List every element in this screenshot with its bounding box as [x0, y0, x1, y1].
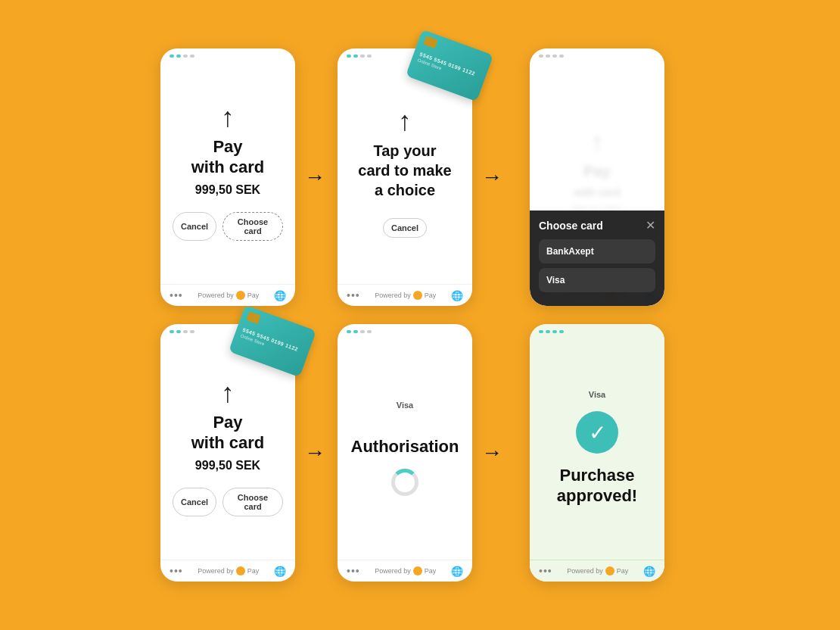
dot20	[367, 330, 372, 333]
dot13	[170, 330, 174, 333]
footer-dots-1: •••	[170, 289, 183, 301]
dot22	[546, 330, 550, 333]
dot4	[190, 55, 194, 58]
auth-label-5: Visa	[397, 401, 413, 410]
phone-5: Visa Authorisation ••• Powered by Pay 🌐	[338, 324, 472, 582]
auth-title-5: Authorisation	[351, 437, 459, 457]
dot16	[190, 330, 194, 333]
cell-4: ↑ Pay with card 999,50 SEK Cancel Choose…	[160, 324, 325, 582]
phone-2: ↑ Tap your card to make a choice Cancel …	[338, 48, 472, 306]
dot17	[347, 330, 351, 333]
status-bar-5	[338, 324, 472, 336]
powered-by-2: Powered by Pay	[375, 291, 436, 300]
phone-4: ↑ Pay with card 999,50 SEK Cancel Choose…	[160, 324, 295, 582]
phone-content-2: ↑ Tap your card to make a choice Cancel	[338, 61, 472, 284]
phone-3: ↑ Pay with card 999,50 SEK ••• Powered b…	[530, 48, 664, 306]
status-bar-1	[160, 48, 295, 61]
brand-icon-1	[236, 291, 245, 300]
upload-arrow-icon: ↑	[221, 104, 235, 131]
status-bar-6	[530, 324, 664, 336]
choose-card-button-1[interactable]: Choose card	[222, 212, 283, 241]
arrow-4: →	[304, 441, 325, 465]
choose-card-modal: Choose card ✕ BankAxept Visa	[530, 211, 664, 306]
brand-icon-6	[605, 566, 614, 575]
choose-card-button-4[interactable]: Choose card	[222, 488, 283, 516]
modal-option-visa[interactable]: Visa	[539, 268, 655, 292]
status-bar-3	[530, 48, 664, 61]
footer-dots-2: •••	[347, 289, 360, 301]
phone-content-5: Visa Authorisation	[338, 336, 472, 560]
arrow-2: →	[481, 165, 502, 189]
footer-1: ••• Powered by Pay 🌐	[160, 284, 295, 306]
globe-icon-4: 🌐	[274, 566, 286, 577]
globe-icon-6: 🌐	[643, 566, 655, 577]
approved-label-6: Visa	[589, 390, 605, 399]
pay-label-1: Pay	[247, 292, 260, 299]
btn-row-4: Cancel Choose card	[173, 488, 283, 516]
dot24	[559, 330, 564, 333]
modal-option-bankaxept[interactable]: BankAxept	[539, 239, 655, 264]
footer-2: ••• Powered by Pay 🌐	[338, 284, 472, 306]
dot7	[360, 55, 365, 58]
upload-arrow-icon-2: ↑	[398, 108, 412, 135]
modal-close-button[interactable]: ✕	[646, 220, 655, 232]
dot1	[170, 55, 174, 58]
brand-icon-5	[413, 566, 422, 575]
dot5	[347, 55, 351, 58]
cell-1: ↑ Pay with card 999,50 SEK Cancel Choose…	[160, 48, 325, 306]
arrow-1: →	[304, 165, 325, 189]
cell-3: ↑ Pay with card 999,50 SEK ••• Powered b…	[530, 48, 664, 306]
dot19	[360, 330, 365, 333]
cancel-button-4[interactable]: Cancel	[173, 488, 216, 516]
main-grid: ↑ Pay with card 999,50 SEK Cancel Choose…	[130, 24, 710, 606]
check-icon: ✓	[576, 411, 618, 454]
dot10	[546, 55, 550, 58]
powered-by-1: Powered by Pay	[198, 291, 259, 300]
cancel-button-2[interactable]: Cancel	[383, 218, 427, 238]
globe-icon-5: 🌐	[451, 566, 463, 577]
dot15	[183, 330, 188, 333]
dot11	[552, 55, 557, 58]
footer-6: ••• Powered by Pay 🌐	[530, 560, 664, 582]
amount-1: 999,50 SEK	[195, 183, 260, 197]
tap-title-2: Tap your card to make a choice	[358, 141, 451, 200]
cancel-button-1[interactable]: Cancel	[173, 212, 216, 241]
phone-6: Visa ✓ Purchase approved! ••• Powered by…	[530, 324, 664, 582]
upload-arrow-icon-3: ↑	[590, 129, 604, 156]
blur-title-3: Pay	[583, 162, 611, 180]
globe-icon-2: 🌐	[451, 290, 463, 301]
pay-title-4: Pay with card	[191, 413, 265, 453]
modal-header: Choose card ✕	[539, 220, 655, 232]
footer-4: ••• Powered by Pay 🌐	[160, 560, 295, 582]
pay-title-1: Pay with card	[191, 137, 265, 177]
approved-text-6: Purchase approved!	[557, 466, 637, 506]
footer-5: ••• Powered by Pay 🌐	[338, 560, 472, 582]
loading-spinner	[391, 469, 418, 496]
arrow-5: →	[481, 441, 502, 465]
dot2	[176, 55, 181, 58]
brand-icon-4	[236, 566, 245, 575]
upload-arrow-icon-4: ↑	[221, 379, 235, 407]
dot23	[552, 330, 557, 333]
checkmark-symbol: ✓	[589, 420, 606, 445]
dot18	[353, 330, 358, 333]
cell-5: Visa Authorisation ••• Powered by Pay 🌐 …	[338, 324, 502, 582]
amount-4: 999,50 SEK	[195, 459, 260, 472]
cell-2: ↑ Tap your card to make a choice Cancel …	[338, 48, 502, 306]
phone-1: ↑ Pay with card 999,50 SEK Cancel Choose…	[160, 48, 295, 306]
dot9	[539, 55, 543, 58]
phone-content-4: ↑ Pay with card 999,50 SEK Cancel Choose…	[160, 336, 295, 560]
dot6	[353, 55, 358, 58]
card-chip-2	[423, 36, 437, 48]
dot14	[176, 330, 181, 333]
globe-icon-1: 🌐	[274, 290, 286, 301]
brand-icon-2	[413, 291, 422, 300]
card-chip-4	[246, 311, 260, 324]
modal-title: Choose card	[539, 220, 603, 232]
dot12	[559, 55, 564, 58]
phone-content-1: ↑ Pay with card 999,50 SEK Cancel Choose…	[160, 61, 295, 284]
phone-content-6: Visa ✓ Purchase approved!	[530, 336, 664, 560]
dot21	[539, 330, 543, 333]
btn-row-1: Cancel Choose card	[173, 212, 283, 241]
dot8	[367, 55, 372, 58]
